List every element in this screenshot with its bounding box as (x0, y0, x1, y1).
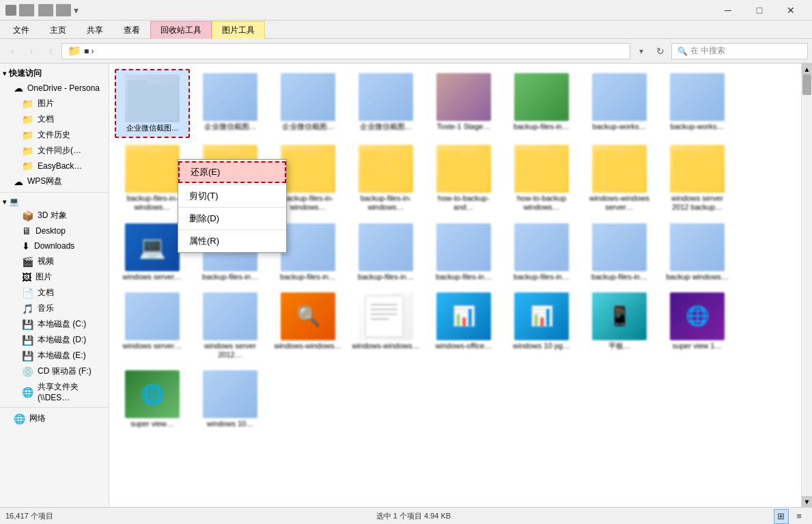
sidebar-item-documents[interactable]: 📁 文档 (0, 111, 109, 127)
file-item-26[interactable]: 🔍 windows-windows… (270, 288, 346, 363)
tab-home[interactable]: 主页 (40, 21, 76, 39)
file-item-7[interactable]: backup-works… (660, 69, 735, 138)
sidebar-item-desktop[interactable]: 🖥 Desktop (0, 223, 109, 238)
tab-view[interactable]: 查看 (113, 21, 150, 39)
maximize-button[interactable]: □ (744, 0, 775, 20)
file-item-1[interactable]: 企业微信截图… (193, 69, 268, 138)
pc-arrow: ▾ (3, 198, 6, 206)
tab-share[interactable]: 共享 (76, 21, 113, 39)
forward-button[interactable]: › (23, 43, 40, 59)
sidebar-item-music[interactable]: 🎵 音乐 (0, 301, 109, 316)
file-label-24: windows server… (123, 342, 182, 350)
up-button[interactable]: ↑ (42, 43, 59, 59)
file-item-27[interactable]: windows-windows… (348, 288, 423, 363)
sidebar-label-filehistory: 文件历史 (38, 129, 70, 141)
sidebar-label-video: 视频 (38, 256, 54, 267)
svg-rect-25 (673, 154, 722, 190)
sidebar-item-easyback[interactable]: 📁 EasyBack… (0, 158, 109, 174)
sidebar-item-video[interactable]: 🎬 视频 (0, 253, 109, 269)
file-item-25[interactable]: windows server 2012… (193, 288, 268, 363)
svg-rect-21 (517, 154, 566, 190)
3d-icon: 📦 (22, 210, 33, 221)
file-item-29[interactable]: 📊 windows 10 pg… (504, 288, 579, 363)
svg-rect-16 (288, 160, 328, 184)
file-label-6: backup-works… (593, 122, 647, 131)
sidebar-item-file-history[interactable]: 📁 文件历史 (0, 127, 109, 143)
pc-header[interactable]: ▾ 💻 (0, 195, 109, 208)
file-label-29: windows 10 pg… (513, 342, 570, 350)
status-bar: 16,417 个项目 选中 1 个项目 4.94 KB ⊞ ≡ (0, 507, 812, 524)
sidebar-item-wps[interactable]: ☁ WPS网盘 (0, 174, 109, 189)
file-label-4: Toste-1 Stage… (437, 122, 491, 131)
file-item-23[interactable]: backup windows… (660, 219, 735, 286)
minimize-button[interactable]: ─ (712, 0, 744, 20)
sidebar-item-drive-d[interactable]: 💾 本地磁盘 (D:) (0, 332, 109, 348)
sidebar-item-drive-c[interactable]: 💾 本地磁盘 (C:) (0, 316, 109, 332)
main-layout: ▾ 快速访问 ☁ OneDrive - Persona 📁 图片 📁 文档 📁 … (0, 64, 812, 507)
dropdown-arrow[interactable]: ▾ (633, 43, 649, 59)
sidebar-label-downloads: Downloads (34, 241, 74, 251)
file-item-13[interactable]: how-to-backup windows… (504, 141, 579, 216)
file-item-4[interactable]: Toste-1 Stage… (426, 69, 501, 138)
file-item-20[interactable]: backup-files-in… (426, 219, 501, 286)
file-item-5[interactable]: backup-files-in… (504, 69, 579, 138)
refresh-button[interactable]: ↻ (652, 43, 669, 59)
sidebar-item-onedrive[interactable]: ☁ OneDrive - Persona (0, 81, 109, 96)
list-view-button[interactable]: ≡ (792, 509, 807, 524)
quick-access-dropdown[interactable]: ▾ (74, 5, 85, 16)
ribbon-tabs: 文件 主页 共享 查看 回收站工具 图片工具 (0, 20, 812, 38)
file-item-14[interactable]: windows-windows server… (582, 141, 657, 216)
context-menu-cut[interactable]: 剪切(T) (178, 187, 286, 206)
sidebar-item-network[interactable]: 🌐 网络 (0, 411, 109, 426)
sidebar-item-docs[interactable]: 📄 文档 (0, 285, 109, 301)
scroll-up[interactable]: ▲ (802, 64, 812, 74)
tab-recycle-tools[interactable]: 回收站工具 (150, 21, 212, 39)
sidebar-item-3d[interactable]: 📦 3D 对象 (0, 208, 109, 223)
file-item-33[interactable]: windows 10… (193, 366, 268, 432)
file-label-2: 企业微信截图… (282, 122, 335, 131)
file-item-22[interactable]: backup-files-in… (582, 219, 657, 286)
tab-picture-tools[interactable]: 图片工具 (212, 21, 265, 39)
sidebar-label-images: 图片 (36, 271, 52, 283)
file-item-19[interactable]: backup-files-in… (348, 219, 423, 286)
file-item-21[interactable]: backup-files-in… (504, 219, 579, 286)
file-item-15[interactable]: windows server 2012 backup… (660, 141, 735, 216)
context-menu-properties[interactable]: 属性(R) (178, 232, 286, 251)
file-item-28[interactable]: 📊 windows-office… (426, 288, 501, 363)
context-menu-restore[interactable]: 还原(E) (178, 161, 286, 183)
scroll-down[interactable]: ▼ (802, 496, 812, 507)
quick-access-header[interactable]: ▾ 快速访问 (0, 66, 109, 81)
file-item-12[interactable]: how-to-backup-and… (426, 141, 501, 216)
file-label-19: backup-files-in… (358, 273, 414, 281)
file-item-11[interactable]: backup-files-in-windows… (348, 141, 423, 216)
file-label-32: super view… (130, 419, 174, 428)
sidebar-item-drive-e[interactable]: 💾 本地磁盘 (E:) (0, 348, 109, 363)
context-menu-delete[interactable]: 删除(D) (178, 209, 286, 228)
vertical-scrollbar[interactable]: ▲ ▼ (801, 64, 812, 507)
sidebar-item-images[interactable]: 🖼 图片 (0, 269, 109, 285)
file-item-3[interactable]: 企业微信截图… (348, 69, 423, 138)
sidebar-label-documents: 文档 (38, 113, 54, 125)
large-icon-view-button[interactable]: ⊞ (774, 509, 789, 524)
sidebar-item-drive-f[interactable]: 💿 CD 驱动器 (F:) (0, 363, 109, 379)
sidebar-item-file-sync[interactable]: 📁 文件同步(… (0, 143, 109, 158)
file-item-30[interactable]: 📱 平板… (582, 288, 657, 363)
view-controls: ⊞ ≡ (774, 509, 807, 524)
sidebar-item-share-folder[interactable]: 🌐 共享文件夹 (\\DES… (0, 379, 109, 404)
tab-file[interactable]: 文件 (3, 21, 40, 39)
sidebar-item-pictures[interactable]: 📁 图片 (0, 96, 109, 111)
file-item-31[interactable]: 🌐 super view 1… (660, 288, 735, 363)
sidebar-label-easyback: EasyBack… (38, 161, 82, 171)
file-item-24[interactable]: windows server… (115, 288, 190, 363)
scroll-thumb[interactable] (802, 74, 811, 95)
address-input[interactable]: 📁 ■ › (61, 43, 630, 59)
back-button[interactable]: ‹ (4, 43, 20, 59)
file-item-0[interactable]: 企业微信截图… (115, 69, 190, 138)
file-item-6[interactable]: backup-works… (582, 69, 657, 138)
file-item-32[interactable]: 🌐 super view… (115, 366, 190, 432)
file-label-11: backup-files-in-windows… (352, 194, 420, 212)
search-box[interactable]: 🔍 在 中搜索 (671, 43, 808, 59)
file-item-2[interactable]: 企业微信截图… (270, 69, 346, 138)
sidebar-item-downloads[interactable]: ⬇ Downloads (0, 238, 109, 253)
close-button[interactable]: ✕ (775, 0, 807, 20)
